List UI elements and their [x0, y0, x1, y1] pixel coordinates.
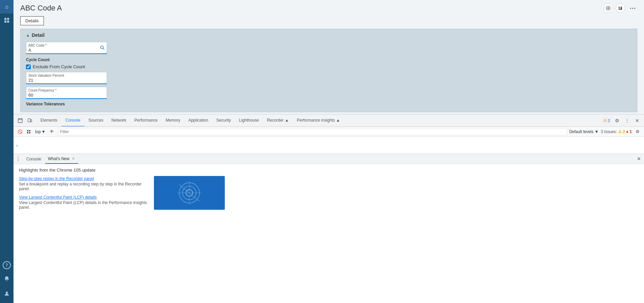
tab-performance-insights[interactable]: Performance insights ▲: [293, 115, 344, 126]
save-button[interactable]: [616, 3, 625, 13]
tab-performance[interactable]: Performance: [130, 115, 162, 126]
whats-new-image: [154, 176, 225, 210]
svg-rect-17: [29, 132, 30, 133]
bottom-tab-whats-new-label: What's New: [48, 156, 70, 161]
top-context-dropdown-icon: ▼: [42, 129, 46, 134]
err-count: ● 1: [626, 129, 632, 134]
devtools-tabs: Elements Console Sources Network Perform…: [36, 115, 602, 126]
tab-console[interactable]: Console: [61, 115, 84, 126]
sidebar-icon-bell[interactable]: [0, 272, 14, 285]
count-frequency-label: Count Frequency *: [28, 89, 105, 92]
svg-rect-3: [7, 21, 9, 23]
tab-sources[interactable]: Sources: [84, 115, 107, 126]
abc-code-label: ABC Code *: [28, 44, 100, 47]
variance-tolerances-label: Variance Tolerances: [26, 102, 632, 106]
bottom-panel-close-button[interactable]: ✕: [635, 155, 643, 162]
stock-valuation-input[interactable]: [28, 78, 105, 83]
top-context-label: top: [35, 129, 41, 134]
clear-console-icon[interactable]: 🚫: [16, 128, 24, 135]
tab-security[interactable]: Security: [212, 115, 235, 126]
more-button[interactable]: ⋯: [628, 3, 637, 13]
whats-new-link-1-desc: View Largest Contentful Paint (LCP) deta…: [19, 200, 147, 210]
tab-recorder[interactable]: Recorder ▲: [263, 115, 293, 126]
bottom-panel: ⋮ Console What's New ✕ ✕ Highlights from…: [14, 154, 644, 303]
whats-new-title: Highlights from the Chrome 105 update: [19, 168, 639, 173]
bottom-tab-console[interactable]: Console: [24, 154, 44, 164]
collapse-icon[interactable]: ▲: [26, 33, 30, 37]
warn-count: ⚠ 2: [618, 129, 625, 134]
svg-rect-0: [4, 18, 6, 20]
tab-application[interactable]: Application: [184, 115, 212, 126]
whats-new-link-1: View Largest Contentful Paint (LCP) deta…: [19, 195, 147, 210]
svg-point-8: [101, 46, 103, 49]
svg-rect-1: [7, 18, 9, 20]
whats-new-link-0-title[interactable]: Step-by-step replay in the Recorder pane…: [19, 176, 94, 181]
svg-line-9: [103, 48, 104, 50]
issues-warn-count: ⚠: [603, 118, 607, 123]
svg-rect-13: [30, 120, 32, 122]
details-tab[interactable]: Details: [20, 16, 44, 25]
tab-elements[interactable]: Elements: [36, 115, 61, 126]
issues-count-label: 3 Issues:: [601, 129, 617, 134]
lookup-icon[interactable]: [100, 45, 105, 51]
whats-new-close-icon[interactable]: ✕: [71, 156, 76, 161]
section-header-label: Detail: [32, 32, 45, 38]
svg-rect-10: [18, 119, 22, 123]
whats-new-link-0: Step-by-step replay in the Recorder pane…: [19, 176, 147, 191]
inspect-icon[interactable]: [16, 116, 25, 125]
stock-valuation-label: Stock Valuation Percent: [28, 74, 105, 77]
svg-rect-12: [28, 119, 30, 122]
whats-new-link-0-desc: Set a breakpoint and replay a recording …: [19, 182, 147, 191]
prompt-arrow: ›: [16, 143, 18, 148]
devtools-panel: Elements Console Sources Network Perform…: [14, 114, 644, 154]
whats-new-link-1-title[interactable]: View Largest Contentful Paint (LCP) deta…: [19, 195, 97, 200]
abc-code-input[interactable]: [28, 48, 100, 53]
abc-code-field: ABC Code *: [26, 42, 632, 54]
tab-network[interactable]: Network: [107, 115, 130, 126]
console-content: ›: [14, 137, 644, 154]
exclude-from-cycle-count-label: Exclude From Cycle Count: [33, 64, 85, 69]
top-context-select[interactable]: top ▼: [34, 129, 47, 135]
sidebar-icon-help[interactable]: ?: [3, 261, 11, 269]
count-frequency-input[interactable]: [28, 93, 105, 98]
console-toolbar: 🚫 top ▼ 👁 Default levels ▼: [14, 127, 644, 137]
sidebar-icon-home[interactable]: ⌂: [0, 0, 14, 14]
svg-rect-15: [29, 130, 30, 131]
exclude-from-cycle-count-row: Exclude From Cycle Count: [26, 64, 632, 69]
sidebar-icon-user[interactable]: [0, 287, 14, 300]
stock-valuation-field: Stock Valuation Percent: [26, 72, 632, 84]
eye-icon[interactable]: 👁: [48, 128, 56, 135]
device-icon[interactable]: [25, 116, 34, 125]
exclude-from-cycle-count-checkbox[interactable]: [26, 65, 31, 69]
tab-lighthouse[interactable]: Lighthouse: [235, 115, 263, 126]
page-title: ABC Code A: [20, 4, 62, 12]
svg-rect-2: [4, 21, 6, 23]
bottom-tabs: ⋮ Console What's New ✕: [14, 154, 644, 164]
select-icon[interactable]: [25, 128, 32, 135]
tab-memory[interactable]: Memory: [162, 115, 184, 126]
count-frequency-field: Count Frequency *: [26, 87, 632, 99]
default-levels-select[interactable]: Default levels ▼: [569, 129, 598, 134]
default-levels-label: Default levels ▼: [569, 129, 598, 134]
bottom-tab-console-label: Console: [26, 157, 41, 161]
devtools-close-icon[interactable]: ✕: [633, 116, 642, 125]
whats-new-links: Step-by-step replay in the Recorder pane…: [19, 176, 147, 213]
issues-badge-count: 2: [608, 119, 610, 123]
issues-badge[interactable]: ⚠ 2: [602, 118, 612, 123]
issues-count[interactable]: 3 Issues: ⚠ 2 ● 1: [601, 129, 632, 134]
sidebar-icon-grid[interactable]: [0, 14, 14, 27]
svg-rect-16: [27, 132, 28, 133]
cycle-count-label: Cycle Count: [26, 57, 632, 62]
console-filter-input[interactable]: [58, 128, 567, 135]
sidebar: ⌂ ?: [0, 0, 14, 303]
bottom-panel-dots[interactable]: ⋮: [16, 156, 21, 162]
svg-rect-14: [27, 130, 28, 131]
console-settings-icon[interactable]: ⚙: [634, 128, 641, 135]
devtools-more-icon[interactable]: ⋮: [622, 116, 632, 125]
add-button[interactable]: [603, 3, 613, 13]
devtools-settings-icon[interactable]: ⚙: [612, 116, 622, 125]
svg-point-4: [6, 292, 8, 294]
bottom-tab-whats-new[interactable]: What's New ✕: [45, 154, 78, 164]
devtools-toolbar: Elements Console Sources Network Perform…: [14, 115, 644, 127]
detail-section: ▲ Detail ABC Code *: [20, 29, 637, 112]
